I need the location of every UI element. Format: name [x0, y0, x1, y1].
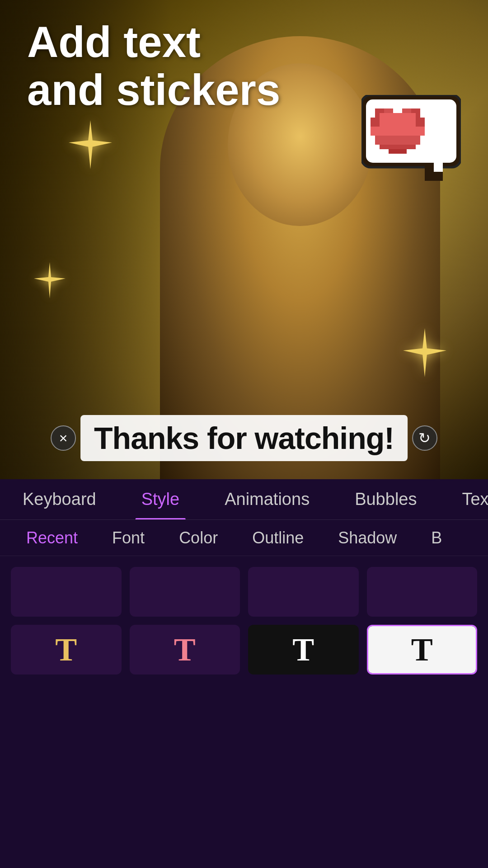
bottom-panel: Keyboard Style Animations Bubbles Text a…	[0, 479, 488, 868]
style-row-empty	[0, 556, 488, 617]
sticker-sparkle-large[interactable]	[63, 118, 117, 180]
main-title: Add text and stickers	[27, 18, 280, 113]
style-cell-black-t[interactable]: T	[248, 625, 359, 675]
style-cell-pink-t[interactable]: T	[130, 625, 240, 675]
svg-rect-14	[425, 163, 434, 172]
sub-tab-bar: Recent Font Color Outline Shadow B	[0, 520, 488, 556]
style-cell-empty-4[interactable]	[367, 567, 478, 617]
svg-rect-6	[371, 118, 380, 127]
rotate-text-button[interactable]: ↻	[412, 425, 437, 451]
text-bubble[interactable]: Thanks for watching!	[80, 415, 408, 461]
style-row-t-variants: T T T T	[0, 617, 488, 688]
tab-bubbles[interactable]: Bubbles	[332, 479, 439, 520]
svg-rect-16	[434, 163, 443, 172]
sticker-sparkle-bottomright[interactable]	[398, 326, 452, 387]
subtab-font[interactable]: Font	[99, 524, 157, 552]
style-cell-empty-1[interactable]	[11, 567, 122, 617]
svg-rect-10	[371, 127, 425, 136]
tab-style[interactable]: Style	[119, 479, 202, 520]
svg-rect-13	[389, 149, 407, 154]
subtab-recent[interactable]: Recent	[14, 524, 90, 552]
style-cell-empty-3[interactable]	[248, 567, 359, 617]
svg-rect-11	[375, 136, 420, 145]
style-cell-empty-2[interactable]	[130, 567, 240, 617]
tab-text-ar[interactable]: Text ar	[439, 479, 488, 520]
subtab-shadow[interactable]: Shadow	[325, 524, 409, 552]
svg-rect-15	[425, 172, 443, 181]
svg-rect-9	[416, 118, 425, 127]
tab-bar: Keyboard Style Animations Bubbles Text a…	[0, 479, 488, 520]
subtab-outline[interactable]: Outline	[239, 524, 316, 552]
style-cell-white-t[interactable]: T	[367, 625, 478, 675]
tab-keyboard[interactable]: Keyboard	[0, 479, 119, 520]
sticker-sparkle-small[interactable]	[27, 258, 72, 310]
subtab-b[interactable]: B	[418, 524, 455, 552]
subtab-color[interactable]: Color	[166, 524, 230, 552]
svg-rect-12	[380, 145, 416, 149]
style-cell-yellow-t[interactable]: T	[11, 625, 122, 675]
sticker-pixel-heart[interactable]	[361, 95, 461, 185]
photo-area: Add text and stickers	[0, 0, 488, 479]
tab-animations[interactable]: Animations	[202, 479, 332, 520]
text-overlay-container: × Thanks for watching! ↻	[51, 415, 437, 461]
close-text-button[interactable]: ×	[51, 425, 76, 451]
